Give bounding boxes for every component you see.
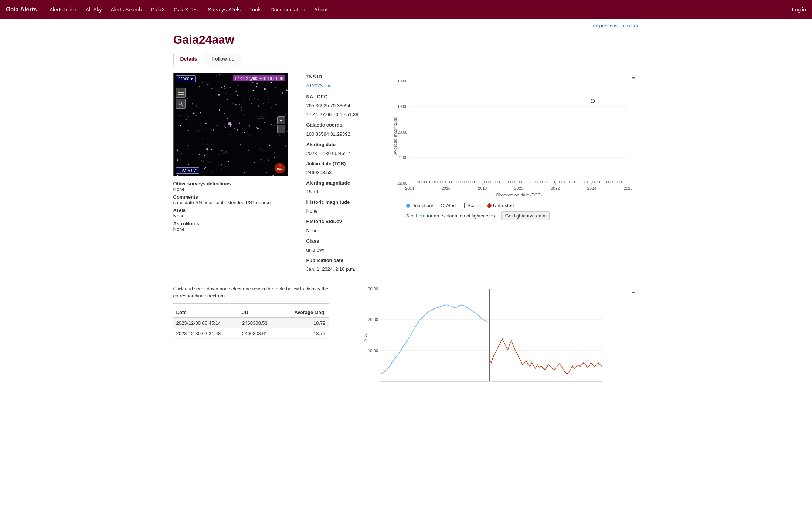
chart1-menu-button[interactable]: ≡: [629, 74, 638, 84]
cell-date: 2023-12-30 02:31:48: [173, 328, 239, 338]
scans-label: Scans: [468, 203, 481, 208]
nav-documentation[interactable]: Documentation: [267, 4, 309, 15]
svg-text:30.00: 30.00: [368, 287, 378, 291]
brand-logo: Gaia Alerts: [6, 6, 37, 13]
cell-avg-mag: 18.79: [280, 318, 329, 328]
julian-date-value: 2460308.53: [306, 170, 332, 175]
ra-dec-label: RA - DEC: [306, 94, 327, 99]
alerting-date-value: 2023-12-30 00:45:14: [306, 151, 351, 156]
svg-text:20.00: 20.00: [368, 317, 378, 322]
cell-date: 2023-12-30 00:45:14: [173, 318, 239, 328]
next-link[interactable]: next >>: [623, 23, 639, 28]
comments-value: candidate SN near faint extended PS1 sou…: [173, 200, 271, 205]
nav-surveys-atels[interactable]: Surveys-ATels: [204, 4, 244, 15]
survey-section: Other surveys detections None Comments c…: [173, 181, 299, 232]
alerting-mag-value: 18.79: [306, 189, 319, 195]
svg-text:2018: 2018: [478, 186, 487, 190]
scans-line: [464, 203, 465, 208]
col-date: Date: [173, 307, 239, 318]
tab-details[interactable]: Details: [173, 53, 204, 65]
main-content: J2000 ▾ 17 41 27.660 +70 19 51.38 + + −: [173, 73, 639, 274]
zoom-in-button[interactable]: +: [277, 116, 285, 124]
atels-label: ATels: [173, 208, 186, 213]
lightcurve-chart: Average magnitude 18.00 19.00 20.00 21.0…: [391, 73, 639, 199]
lower-right: ≡ ADU 30.00 20.00 10.00: [336, 285, 639, 390]
legend-scans: Scans: [463, 203, 481, 208]
chart2-menu-button[interactable]: ≡: [629, 287, 638, 296]
col-avg-mag: Average Mag.: [280, 307, 329, 318]
svg-line-4: [181, 105, 183, 107]
svg-text:2016: 2016: [441, 186, 450, 190]
zoom-out-button[interactable]: −: [277, 125, 285, 133]
nav-about[interactable]: About: [310, 4, 332, 15]
search-button[interactable]: [176, 99, 186, 109]
svg-rect-0: [178, 91, 184, 91]
login-link[interactable]: Log in: [792, 7, 806, 13]
left-panel: J2000 ▾ 17 41 27.660 +70 19 51.38 + + −: [173, 73, 299, 233]
page-container: << previous next >> Gaia24aaw Details Fo…: [166, 19, 646, 405]
expand-icon[interactable]: ⤢: [249, 75, 254, 82]
svg-text:2026: 2026: [624, 186, 632, 190]
dss-logo: DSS: [274, 163, 285, 174]
svg-text:2022: 2022: [551, 186, 560, 190]
click-instruction: Click and scroll down and select one row…: [173, 285, 329, 300]
svg-text:22.00: 22.00: [397, 181, 407, 185]
page-title: Gaia24aaw: [173, 33, 639, 47]
svg-text:2014: 2014: [405, 186, 414, 190]
svg-text:10.00: 10.00: [368, 348, 378, 353]
lower-left: Click and scroll down and select one row…: [173, 285, 329, 390]
svg-text:19.00: 19.00: [397, 104, 407, 109]
svg-text:ADU: ADU: [363, 332, 368, 341]
nav-alerts-search[interactable]: Alerts Search: [107, 4, 145, 15]
table-row[interactable]: 2023-12-30 02:31:48 2460308.61 18.77: [173, 328, 329, 338]
sky-image-viewer[interactable]: J2000 ▾ 17 41 27.660 +70 19 51.38 + + −: [173, 73, 288, 176]
alerting-mag-label: Alerting magnitude: [306, 180, 350, 186]
divider: [173, 303, 329, 304]
alert-dot: [441, 204, 444, 207]
nav-gaiax-test[interactable]: GaiaX Test: [170, 4, 203, 15]
get-lightcurve-data-button[interactable]: Get lightcurve data: [501, 211, 550, 220]
historic-mag-value: None: [306, 208, 318, 214]
svg-rect-1: [178, 92, 184, 93]
nav-all-sky[interactable]: All-Sky: [82, 4, 106, 15]
pub-date-label: Publication date: [306, 257, 343, 263]
ra-dec-line2: 17:41:27.66 70:19:51.38: [306, 112, 359, 117]
layers-button[interactable]: [176, 88, 186, 98]
other-surveys-label: Other surveys detections: [173, 181, 231, 186]
svg-text:Observation date (TCB): Observation date (TCB): [496, 192, 542, 198]
observations-table: Date JD Average Mag. 2023-12-30 00:45:14…: [173, 307, 329, 339]
chart1-legend: Detections Alert Scans Untrusted: [406, 203, 639, 208]
svg-text:2020: 2020: [514, 186, 523, 190]
tab-followup[interactable]: Follow-up: [205, 53, 241, 65]
cell-jd: 2460308.61: [239, 328, 280, 338]
alert-data-point: [591, 99, 594, 103]
svg-point-3: [179, 102, 181, 105]
col-jd: JD: [239, 307, 280, 318]
lc-text2: for an explanation of lightcurves.: [427, 213, 496, 219]
nav-tools[interactable]: Tools: [246, 4, 265, 15]
lc-here-link[interactable]: here: [416, 213, 425, 219]
cell-avg-mag: 18.77: [280, 328, 329, 338]
lower-section: Click and scroll down and select one row…: [173, 285, 639, 390]
nav-gaiax[interactable]: GaiaX: [147, 4, 169, 15]
svg-text:20.00: 20.00: [397, 130, 407, 134]
tns-id-label: TNS ID: [306, 74, 322, 80]
class-value: unknown: [306, 247, 326, 253]
historic-mag-label: Historic magnitude: [306, 199, 350, 205]
table-row[interactable]: 2023-12-30 00:45:14 2460308.53 18.79: [173, 318, 329, 328]
tns-id-link[interactable]: AT2023acig: [306, 83, 332, 88]
previous-link[interactable]: << previous: [592, 23, 618, 28]
astronotes-value: None: [173, 226, 185, 232]
detections-dot: [406, 204, 410, 208]
prev-next-nav: << previous next >>: [173, 19, 639, 30]
lc-text1: See: [406, 213, 415, 219]
nav-alerts-index[interactable]: Alerts Index: [46, 4, 81, 15]
legend-detections: Detections: [406, 203, 434, 208]
coord-badge: 17 41 27.660 +70 19 51.38: [233, 75, 285, 81]
ra-dec-line1: 265.36525 70.33094: [306, 103, 350, 108]
j2000-badge[interactable]: J2000 ▾: [176, 75, 196, 82]
svg-text:18.00: 18.00: [397, 79, 407, 83]
svg-text:DSS: DSS: [277, 168, 282, 170]
untrusted-dot: [487, 203, 492, 208]
info-columns: TNS ID AT2023acig RA - DEC 265.36525 70.…: [306, 73, 639, 274]
